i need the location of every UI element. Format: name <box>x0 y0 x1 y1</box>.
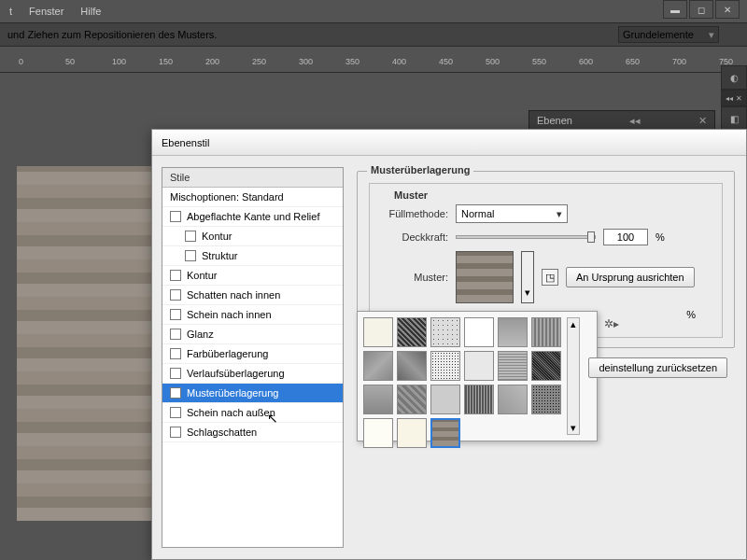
new-preset-button[interactable]: ◳ <box>542 269 558 286</box>
style-item-9[interactable]: Verlaufsüberlagerung <box>162 364 343 384</box>
pattern-dropdown-arrow[interactable]: ▾ <box>521 251 534 303</box>
panel-close-icon[interactable]: ✕ <box>698 115 707 127</box>
pattern-swatch[interactable] <box>531 317 561 347</box>
minimize-button[interactable]: ▬ <box>663 0 687 19</box>
style-item-11[interactable]: Schein nach außen <box>162 403 343 423</box>
style-item-2[interactable]: Kontur <box>162 227 343 246</box>
horizontal-ruler: 0501001502002503003504004505005506006507… <box>0 54 747 73</box>
style-item-label: Schein nach innen <box>187 309 272 320</box>
pattern-swatch[interactable] <box>430 385 460 414</box>
ruler-tick: 0 <box>19 57 23 66</box>
pattern-swatch[interactable] <box>397 317 427 347</box>
snap-origin-button[interactable]: An Ursprung ausrichten <box>566 267 695 287</box>
menu-window[interactable]: Fenster <box>29 6 63 17</box>
pattern-swatch[interactable] <box>498 385 528 414</box>
percent-label: % <box>655 231 665 243</box>
pattern-preview[interactable] <box>456 251 514 303</box>
styles-list: Stile Mischoptionen: StandardAbgeflachte… <box>162 167 344 548</box>
percent-label-2: % <box>686 309 696 320</box>
pattern-picker-popup: ▴▾ ✲▸ <box>357 311 598 441</box>
style-settings-pane: Musterüberlagerung Muster Füllmethode: N… <box>353 156 746 559</box>
style-item-label: Kontur <box>202 231 232 242</box>
opacity-value-input[interactable]: 100 <box>603 229 648 245</box>
panel-menu-icon[interactable]: ◂◂ <box>629 115 641 127</box>
panel-collapse[interactable]: ◂◂ ✕ <box>721 90 747 106</box>
pattern-swatch[interactable] <box>430 317 460 347</box>
style-item-6[interactable]: Schein nach innen <box>162 305 343 325</box>
ruler-tick: 450 <box>439 57 453 66</box>
ruler-tick: 600 <box>579 57 593 66</box>
style-checkbox[interactable] <box>170 407 181 418</box>
picker-menu-icon[interactable]: ✲▸ <box>604 317 619 330</box>
subsection-title: Muster <box>390 189 431 201</box>
style-item-4[interactable]: Kontur <box>162 266 343 286</box>
style-checkbox[interactable] <box>170 270 181 281</box>
style-checkbox[interactable] <box>185 250 196 261</box>
opacity-label: Deckkraft: <box>381 231 448 243</box>
pattern-swatch[interactable] <box>397 351 427 381</box>
style-checkbox[interactable] <box>170 211 181 222</box>
blend-mode-select[interactable]: Normal <box>456 204 568 223</box>
style-item-label: Farbüberlagerung <box>187 348 268 359</box>
style-item-7[interactable]: Glanz <box>162 325 343 344</box>
pattern-swatch[interactable] <box>397 385 427 414</box>
style-item-label: Musterüberlagerung <box>187 387 278 399</box>
close-button[interactable]: ✕ <box>715 0 740 19</box>
style-checkbox[interactable] <box>170 348 181 359</box>
ruler-tick: 400 <box>392 57 406 66</box>
style-item-5[interactable]: Schatten nach innen <box>162 286 343 305</box>
style-checkbox[interactable] <box>170 289 181 301</box>
window-controls: ▬ ◻ ✕ <box>661 0 740 19</box>
pattern-swatch[interactable] <box>430 418 460 448</box>
style-item-12[interactable]: Schlagschatten <box>162 423 343 442</box>
maximize-button[interactable]: ◻ <box>689 0 713 19</box>
slider-thumb[interactable] <box>587 231 595 243</box>
dialog-title-bar[interactable]: Ebenenstil <box>152 130 746 156</box>
pattern-swatch[interactable] <box>363 418 393 448</box>
style-item-3[interactable]: Struktur <box>162 246 343 266</box>
style-item-8[interactable]: Farbüberlagerung <box>162 344 343 364</box>
panel-icon-2[interactable]: ◧ <box>721 106 747 131</box>
style-checkbox[interactable] <box>170 329 181 340</box>
ruler-tick: 150 <box>159 57 173 66</box>
ruler-tick: 650 <box>626 57 640 66</box>
style-item-1[interactable]: Abgeflachte Kante und Relief <box>162 207 343 227</box>
menu-edit[interactable]: t <box>9 6 12 17</box>
pattern-swatch[interactable] <box>464 351 494 381</box>
pattern-swatch[interactable] <box>363 317 393 347</box>
style-item-0[interactable]: Mischoptionen: Standard <box>162 188 343 207</box>
ruler-tick: 300 <box>299 57 313 66</box>
layers-panel-tab[interactable]: Ebenen ◂◂ ✕ <box>529 110 715 131</box>
pattern-swatch[interactable] <box>531 385 561 414</box>
ruler-tick: 550 <box>532 57 546 66</box>
ruler-tick: 50 <box>65 57 75 66</box>
pattern-swatch[interactable] <box>464 385 494 414</box>
pattern-swatch[interactable] <box>363 351 393 381</box>
reset-default-button[interactable]: deinstellung zurücksetzen <box>588 357 727 378</box>
pattern-swatch[interactable] <box>498 317 528 347</box>
menu-help[interactable]: Hilfe <box>80 6 101 17</box>
style-item-10[interactable]: ✓Musterüberlagerung <box>162 384 343 403</box>
panel-icon[interactable]: ◐ <box>721 65 747 90</box>
style-item-label: Schatten nach innen <box>187 289 280 301</box>
pattern-swatch[interactable] <box>498 351 528 381</box>
picker-scrollbar[interactable]: ▴▾ <box>567 317 580 435</box>
style-checkbox[interactable] <box>185 231 196 242</box>
pattern-swatch[interactable] <box>363 385 393 414</box>
style-checkbox[interactable] <box>170 368 181 379</box>
pattern-swatch[interactable] <box>430 351 460 381</box>
document-canvas[interactable] <box>17 166 157 521</box>
style-checkbox[interactable] <box>170 427 181 438</box>
style-checkbox[interactable]: ✓ <box>170 387 181 399</box>
pattern-swatch[interactable] <box>531 351 561 381</box>
pattern-swatch[interactable] <box>397 418 427 448</box>
pattern-swatch[interactable] <box>464 317 494 347</box>
preset-dropdown[interactable]: Grundelemente <box>618 26 719 43</box>
style-item-label: Mischoptionen: Standard <box>170 191 284 203</box>
styles-header: Stile <box>162 168 343 188</box>
pattern-swatch-grid <box>363 317 563 435</box>
style-item-label: Verlaufsüberlagerung <box>187 368 285 379</box>
style-checkbox[interactable] <box>170 309 181 320</box>
opacity-slider[interactable] <box>456 235 596 239</box>
app-menu-bar: t Fenster Hilfe <box>0 0 747 22</box>
